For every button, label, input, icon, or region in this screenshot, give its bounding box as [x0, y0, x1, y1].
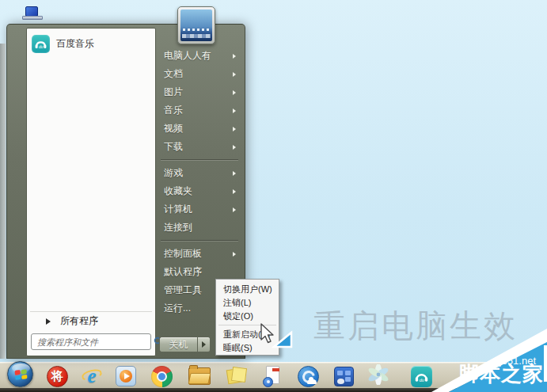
desktop-computer-icon[interactable] [22, 6, 43, 24]
menu-item-games[interactable]: 游戏 [156, 164, 243, 182]
taskbar-icon-chrome[interactable] [150, 365, 173, 387]
document-gear-icon [263, 366, 282, 387]
menu-item-username[interactable]: 电脑人人有 [156, 47, 243, 65]
menu-item-label: 百度音乐 [56, 37, 94, 51]
submenu-arrow-icon [233, 127, 236, 131]
menu-item-label: 视频 [164, 122, 183, 135]
submenu-arrow-icon [233, 252, 236, 257]
menu-item-label: 电脑人人有 [164, 49, 211, 63]
background-window-edge [0, 44, 6, 359]
taskbar-icon-internet-explorer[interactable]: e [80, 365, 104, 387]
submenu-arrow-icon [233, 145, 236, 150]
menu-separator [161, 156, 238, 164]
laptop-base-icon [22, 16, 43, 20]
all-programs-arrow-icon [46, 318, 51, 325]
sticky-notes-icon [226, 366, 247, 386]
blue-app-icon [334, 367, 354, 386]
start-menu-left-panel: du 百度音乐 所有程序 [26, 28, 156, 356]
menu-item-documents[interactable]: 文档 [156, 65, 243, 83]
avatar-detail [182, 34, 211, 38]
power-item-switch-user[interactable]: 切换用户(W) [216, 283, 279, 296]
internet-explorer-icon: e [81, 365, 103, 387]
submenu-arrow-icon [233, 171, 236, 176]
desktop: 重启电脑生效 du 百度音乐 [0, 0, 547, 392]
start-menu: du 百度音乐 所有程序 [6, 24, 245, 359]
menu-item-favorites[interactable]: 收藏夹 [156, 182, 243, 200]
chevron-right-icon [202, 341, 206, 348]
menu-item-label: 收藏夹 [164, 185, 192, 198]
shutdown-button[interactable]: 关机 [159, 337, 197, 352]
start-button[interactable] [7, 361, 33, 387]
windows-flag-icon [14, 369, 27, 380]
menu-separator [161, 237, 238, 245]
avatar-detail [183, 29, 210, 31]
taskbar-icon-chinese-chess[interactable]: 将 [45, 365, 69, 387]
menu-item-label: 文档 [164, 67, 183, 81]
pinned-programs-list: du 百度音乐 [27, 29, 155, 311]
search-input[interactable] [32, 335, 154, 348]
menu-item-connect-to[interactable]: 连接到 [156, 219, 243, 237]
menu-item-label: 默认程序 [164, 265, 202, 279]
taskbar-icon-sticky-notes[interactable] [225, 365, 249, 387]
menu-item-label: 运行... [164, 302, 191, 315]
menu-item-label: 管理工具 [164, 284, 202, 297]
menu-item-music[interactable]: 音乐 [156, 101, 243, 120]
menu-item-label: 图片 [164, 86, 183, 99]
shutdown-row: 关机 [159, 337, 211, 352]
power-item-lock[interactable]: 锁定(O) [216, 310, 279, 323]
all-programs-button[interactable]: 所有程序 [30, 311, 152, 330]
user-avatar[interactable] [177, 6, 215, 44]
all-programs-label: 所有程序 [60, 314, 98, 328]
taskbar-icon-media-player[interactable] [114, 365, 138, 387]
menu-item-control-panel[interactable]: 控制面板 [156, 245, 243, 263]
search-box [31, 333, 151, 350]
menu-item-label: 计算机 [164, 203, 192, 216]
submenu-arrow-icon [233, 108, 236, 113]
menu-item-pictures[interactable]: 图片 [156, 83, 243, 101]
folder-icon [188, 367, 211, 385]
power-item-log-off[interactable]: 注销(L) [216, 296, 279, 310]
mouse-cursor [260, 323, 293, 361]
chrome-icon [151, 366, 173, 387]
menu-item-videos[interactable]: 视频 [156, 120, 243, 138]
chinese-chess-icon: 将 [47, 366, 68, 387]
menu-item-computer[interactable]: 计算机 [156, 200, 243, 219]
taskbar-icon-blue-app[interactable] [332, 365, 355, 387]
user-avatar-picture [180, 10, 212, 41]
start-menu-right-panel: 电脑人人有 文档 图片 音乐 视频 下载 [156, 47, 243, 318]
menu-item-label: 连接到 [164, 221, 192, 234]
menu-item-label: 游戏 [164, 166, 183, 180]
taskbar-icon-pinwheel[interactable] [367, 365, 390, 387]
taskbar-icon-cloud-browser[interactable] [296, 365, 320, 387]
pinwheel-icon [368, 364, 389, 388]
submenu-arrow-icon [233, 54, 236, 59]
submenu-arrow-icon [233, 189, 236, 194]
baidu-music-icon: du [32, 35, 50, 53]
menu-item-downloads[interactable]: 下载 [156, 138, 243, 156]
watermark-edge [544, 345, 547, 382]
submenu-arrow-icon [233, 90, 236, 95]
menu-item-label: 音乐 [164, 104, 183, 117]
svg-text:du: du [39, 44, 44, 49]
search-strip [27, 330, 155, 356]
svg-text:du: du [419, 377, 424, 382]
menu-item-label: 控制面板 [164, 247, 202, 261]
site-watermark: jb51.net 脚本之家 [428, 325, 547, 392]
cloud-browser-icon [298, 366, 319, 387]
menu-item-baidu-music[interactable]: du 百度音乐 [27, 32, 155, 55]
menu-item-label: 下载 [164, 140, 183, 154]
submenu-arrow-icon [233, 207, 236, 212]
shutdown-dropdown-button[interactable] [197, 337, 211, 352]
taskbar-icon-document-gear[interactable] [260, 365, 284, 387]
submenu-arrow-icon [233, 72, 236, 77]
watermark-site-name: 脚本之家 [458, 360, 544, 388]
media-player-icon [116, 366, 136, 386]
taskbar-icon-explorer[interactable] [188, 365, 211, 387]
